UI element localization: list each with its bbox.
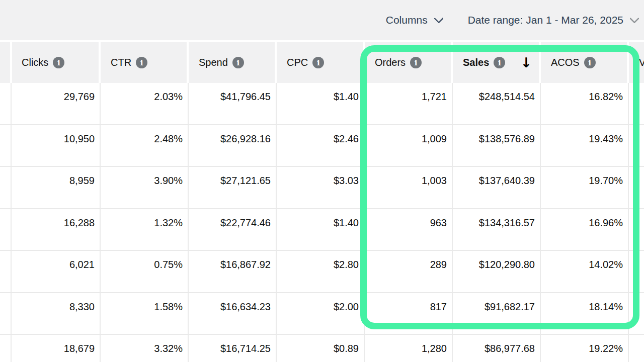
column-header-label: CPC xyxy=(287,57,308,68)
cell-spend: $41,796.45 xyxy=(189,83,277,124)
cell-acos: 18.14% xyxy=(541,293,629,334)
cell-ctr: 0.75% xyxy=(101,251,189,292)
cell-spacer xyxy=(0,83,12,124)
cell-ctr: 3.32% xyxy=(101,335,189,362)
cell-cpc: $3.03 xyxy=(277,167,365,208)
cell-spend: $26,928.16 xyxy=(189,125,277,166)
table-header-row: ClicksiCTRiSpendiCPCiOrdersiSalesi↓ACOSi… xyxy=(0,42,644,83)
column-header-cpc[interactable]: CPCi xyxy=(277,42,365,83)
cell-partial xyxy=(629,167,644,208)
cell-cpc: $1.40 xyxy=(277,83,365,124)
columns-dropdown-label: Columns xyxy=(386,14,428,26)
cell-acos: 14.02% xyxy=(541,251,629,292)
cell-orders: 289 xyxy=(365,251,453,292)
info-icon[interactable]: i xyxy=(494,57,505,68)
cell-spend: $16,634.23 xyxy=(189,293,277,334)
sort-descending-icon[interactable]: ↓ xyxy=(520,56,532,69)
table-row: 6,0210.75%$16,867.92$2.80289$120,290.801… xyxy=(0,251,644,293)
cell-partial xyxy=(629,209,644,250)
column-header-label: Orders xyxy=(375,57,406,68)
cell-cpc: $2.46 xyxy=(277,125,365,166)
cell-spacer xyxy=(0,125,12,166)
column-header-label: CTR xyxy=(111,57,131,68)
column-header-partial[interactable]: V xyxy=(629,42,644,83)
cell-acos: 19.43% xyxy=(541,125,629,166)
cell-orders: 963 xyxy=(365,209,453,250)
cell-partial xyxy=(629,293,644,334)
chevron-down-icon xyxy=(434,14,444,24)
info-icon[interactable]: i xyxy=(312,57,324,68)
column-header-orders[interactable]: Ordersi xyxy=(365,42,453,83)
cell-orders: 1,721 xyxy=(365,83,453,124)
date-range-dropdown[interactable]: Date range: Jan 1 - Mar 26, 2025 xyxy=(468,14,638,26)
info-icon[interactable]: i xyxy=(53,57,64,68)
table-row: 8,3301.58%$16,634.23$2.00817$91,682.1718… xyxy=(0,293,644,335)
cell-orders: 1,009 xyxy=(365,125,453,166)
cell-acos: 16.96% xyxy=(541,209,629,250)
cell-cpc: $2.80 xyxy=(277,251,365,292)
cell-partial xyxy=(629,125,644,166)
column-header-sales[interactable]: Salesi↓ xyxy=(453,42,541,83)
cell-clicks: 10,950 xyxy=(12,125,101,166)
cell-sales: $137,640.39 xyxy=(453,167,541,208)
cell-cpc: $2.00 xyxy=(277,293,365,334)
column-header-spacer xyxy=(0,42,12,83)
cell-spend: $22,774.46 xyxy=(189,209,277,250)
info-icon[interactable]: i xyxy=(136,57,147,68)
info-icon[interactable]: i xyxy=(410,57,422,68)
cell-orders: 1,280 xyxy=(365,335,453,362)
cell-clicks: 6,021 xyxy=(12,251,101,292)
campaign-metrics-table-screen: Columns Date range: Jan 1 - Mar 26, 2025… xyxy=(0,0,644,362)
cell-sales: $91,682.17 xyxy=(453,293,541,334)
column-header-label: V xyxy=(639,57,644,68)
cell-orders: 1,003 xyxy=(365,167,453,208)
table-row: 29,7692.03%$41,796.45$1.401,721$248,514.… xyxy=(0,83,644,125)
columns-dropdown[interactable]: Columns xyxy=(386,14,442,26)
cell-cpc: $1.40 xyxy=(277,209,365,250)
column-header-acos[interactable]: ACOSi xyxy=(541,42,629,83)
column-header-spend[interactable]: Spendi xyxy=(189,42,277,83)
cell-ctr: 3.90% xyxy=(101,167,189,208)
cell-ctr: 1.32% xyxy=(101,209,189,250)
cell-acos: 19.22% xyxy=(541,335,629,362)
table-row: 8,9593.90%$27,121.65$3.031,003$137,640.3… xyxy=(0,167,644,209)
info-icon[interactable]: i xyxy=(232,57,244,68)
cell-ctr: 2.03% xyxy=(101,83,189,124)
column-header-label: Sales xyxy=(463,57,489,68)
toolbar: Columns Date range: Jan 1 - Mar 26, 2025 xyxy=(0,0,644,40)
table-body: 29,7692.03%$41,796.45$1.401,721$248,514.… xyxy=(0,83,644,362)
info-icon[interactable]: i xyxy=(584,57,596,68)
cell-orders: 817 xyxy=(365,293,453,334)
column-header-clicks[interactable]: Clicksi xyxy=(12,42,101,83)
cell-ctr: 2.48% xyxy=(101,125,189,166)
cell-clicks: 18,679 xyxy=(12,335,101,362)
column-header-label: ACOS xyxy=(551,57,580,68)
cell-spacer xyxy=(0,335,12,362)
cell-sales: $134,316.57 xyxy=(453,209,541,250)
cell-acos: 19.70% xyxy=(541,167,629,208)
cell-ctr: 1.58% xyxy=(101,293,189,334)
cell-cpc: $0.89 xyxy=(277,335,365,362)
cell-clicks: 29,769 xyxy=(12,83,101,124)
cell-sales: $248,514.54 xyxy=(453,83,541,124)
cell-spacer xyxy=(0,209,12,250)
cell-acos: 16.82% xyxy=(541,83,629,124)
cell-spend: $27,121.65 xyxy=(189,167,277,208)
column-header-label: Clicks xyxy=(22,57,48,68)
column-header-ctr[interactable]: CTRi xyxy=(101,42,189,83)
table-row: 18,6793.32%$16,714.25$0.891,280$86,977.6… xyxy=(0,335,644,362)
cell-clicks: 8,959 xyxy=(12,167,101,208)
column-header-label: Spend xyxy=(199,57,228,68)
cell-spacer xyxy=(0,251,12,292)
cell-spend: $16,867.92 xyxy=(189,251,277,292)
chevron-down-icon xyxy=(629,14,639,24)
date-range-label: Date range: Jan 1 - Mar 26, 2025 xyxy=(468,14,623,26)
table-row: 16,2881.32%$22,774.46$1.40963$134,316.57… xyxy=(0,209,644,251)
cell-spacer xyxy=(0,293,12,334)
cell-sales: $120,290.80 xyxy=(453,251,541,292)
cell-spacer xyxy=(0,167,12,208)
cell-sales: $86,977.68 xyxy=(453,335,541,362)
cell-partial xyxy=(629,251,644,292)
cell-partial xyxy=(629,335,644,362)
cell-clicks: 16,288 xyxy=(12,209,101,250)
